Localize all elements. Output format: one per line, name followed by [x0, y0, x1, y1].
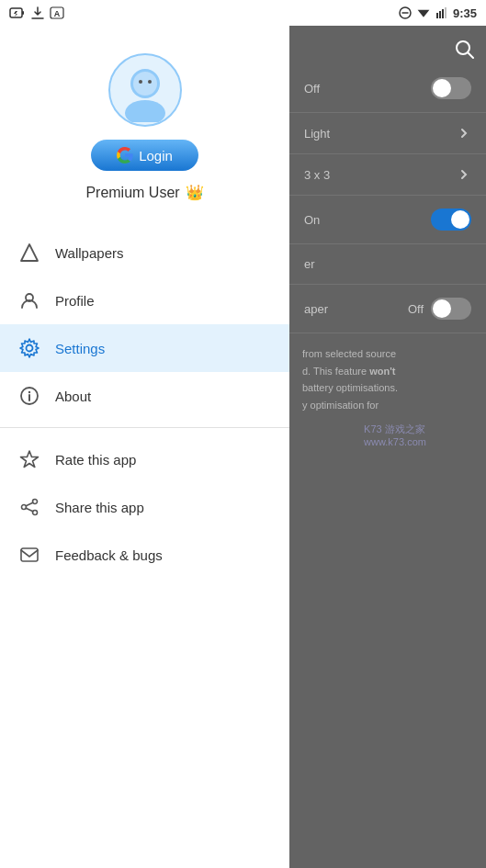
svg-line-30 — [26, 508, 33, 512]
svg-line-13 — [468, 52, 473, 58]
setting-row-5: er — [289, 244, 486, 285]
signal-icon — [435, 6, 448, 19]
setting-label-6: aper — [304, 302, 328, 316]
toggle-on-1[interactable] — [431, 209, 471, 231]
svg-marker-25 — [21, 451, 39, 468]
svg-point-21 — [27, 345, 33, 352]
battery-charging-icon — [9, 6, 26, 19]
nav-item-settings[interactable]: Settings — [0, 324, 289, 372]
setting-row-3[interactable]: 3 x 3 — [289, 154, 486, 196]
nav-label-rate: Rate this app — [55, 452, 136, 468]
login-label: Login — [139, 148, 173, 163]
nav-item-feedback[interactable]: Feedback & bugs — [0, 531, 289, 579]
svg-point-17 — [139, 80, 142, 84]
nav-item-share[interactable]: Share this app — [0, 483, 289, 531]
svg-point-18 — [148, 80, 152, 84]
wifi-icon — [416, 6, 431, 19]
nav-item-wallpapers[interactable]: Wallpapers — [0, 229, 289, 276]
right-panel: Off Light 3 x 3 On er aper Off — [289, 26, 486, 868]
download-icon — [31, 6, 44, 19]
time-label: 9:35 — [453, 6, 477, 20]
svg-rect-8 — [436, 13, 438, 18]
setting-label-2: Light — [304, 127, 330, 141]
profile-area: Login Premium User 👑 — [0, 26, 289, 220]
setting-row-6: aper Off — [289, 285, 486, 333]
share-icon — [18, 496, 40, 518]
chevron-right-icon-2 — [457, 126, 471, 141]
svg-point-24 — [28, 391, 30, 393]
profile-icon — [18, 289, 40, 311]
status-bar-right: 9:35 — [399, 6, 477, 20]
svg-rect-1 — [22, 11, 24, 15]
toggle-off-1[interactable] — [431, 77, 471, 99]
nav-label-profile: Profile — [55, 293, 95, 309]
toggle-off-2[interactable] — [431, 298, 471, 320]
setting-value-3 — [457, 167, 471, 182]
chevron-right-icon-3 — [457, 167, 471, 182]
setting-label-4: On — [304, 213, 320, 227]
divider-1 — [0, 427, 289, 428]
svg-marker-7 — [418, 10, 430, 17]
setting-value-2 — [457, 126, 471, 141]
svg-rect-9 — [439, 11, 441, 18]
svg-rect-11 — [445, 7, 446, 18]
minus-icon — [399, 6, 412, 19]
setting-row-1: Off — [289, 64, 486, 113]
setting-label-3: 3 x 3 — [304, 168, 330, 182]
svg-rect-31 — [21, 548, 38, 561]
setting-row-2[interactable]: Light — [289, 113, 486, 154]
setting-label-6b: Off — [408, 302, 424, 316]
status-bar: A 9:35 — [0, 0, 486, 26]
description-text: from selected sourced. This feature won'… — [289, 333, 486, 423]
search-icon[interactable] — [455, 39, 475, 60]
nav-item-profile[interactable]: Profile — [0, 276, 289, 324]
nav-item-about[interactable]: About — [0, 372, 289, 420]
wallpapers-icon — [18, 242, 40, 264]
status-bar-left: A — [9, 6, 64, 19]
rate-icon — [18, 448, 40, 470]
crown-icon: 👑 — [186, 184, 204, 201]
nav-label-about: About — [55, 389, 91, 404]
nav-label-wallpapers: Wallpapers — [55, 245, 123, 261]
nav-label-settings: Settings — [55, 341, 105, 356]
premium-label: Premium User 👑 — [85, 184, 203, 201]
svg-marker-19 — [21, 244, 38, 261]
font-a-icon: A — [50, 6, 64, 19]
svg-point-14 — [125, 100, 165, 122]
nav-item-rate[interactable]: Rate this app — [0, 435, 289, 483]
google-icon — [117, 147, 133, 163]
svg-point-16 — [133, 72, 157, 96]
login-button[interactable]: Login — [91, 140, 198, 171]
avatar-svg — [113, 58, 177, 122]
about-icon — [18, 385, 40, 407]
nav-label-share: Share this app — [55, 500, 144, 515]
drawer: Login Premium User 👑 Wallpapers — [0, 26, 289, 868]
svg-line-29 — [26, 502, 33, 506]
setting-row-4: On — [289, 196, 486, 244]
feedback-icon — [18, 544, 40, 566]
setting-label-5: er — [304, 257, 315, 271]
premium-text: Premium User — [85, 185, 179, 201]
search-area — [289, 35, 486, 64]
nav-label-feedback: Feedback & bugs — [55, 547, 163, 563]
setting-label-1: Off — [304, 82, 320, 96]
svg-text:A: A — [54, 9, 61, 18]
avatar — [108, 53, 182, 127]
nav-section: Wallpapers Profile Settings — [0, 220, 289, 868]
settings-icon — [18, 337, 40, 359]
svg-rect-10 — [442, 9, 444, 18]
